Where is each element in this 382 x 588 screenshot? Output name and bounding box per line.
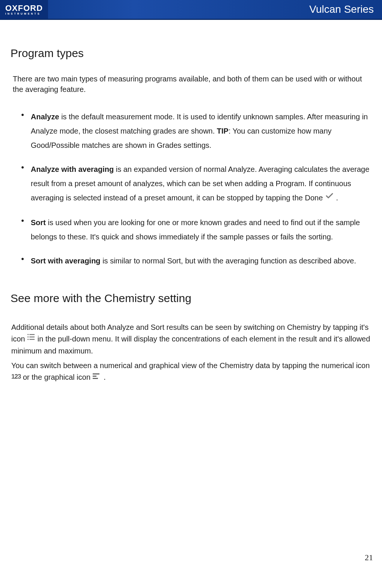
list-item: Sort with averaging is similar to normal… bbox=[21, 254, 371, 268]
svg-rect-6 bbox=[93, 373, 99, 374]
svg-point-4 bbox=[28, 339, 29, 340]
list-icon bbox=[27, 333, 35, 344]
numerical-icon: 123 bbox=[11, 372, 21, 382]
list-item: Sort is used when you are looking for on… bbox=[21, 215, 371, 244]
list-item: Analyze with averaging is an expanded ve… bbox=[21, 162, 371, 206]
body-text: . bbox=[102, 373, 106, 381]
logo-main-text: OXFORD bbox=[5, 4, 43, 12]
item-title: Analyze with averaging bbox=[31, 165, 114, 173]
svg-point-2 bbox=[28, 336, 29, 337]
checkmark-icon bbox=[325, 191, 334, 205]
chemistry-paragraph-2: You can switch between a numerical and g… bbox=[11, 360, 371, 383]
svg-point-0 bbox=[28, 334, 29, 335]
chemistry-paragraph: Additional details about both Analyze an… bbox=[11, 322, 371, 357]
section-heading-chemistry: See more with the Chemistry setting bbox=[11, 290, 371, 307]
item-title: Sort with averaging bbox=[31, 257, 101, 265]
item-title: Analyze bbox=[31, 113, 59, 121]
logo-sub-text: INSTRUMENTS bbox=[5, 12, 43, 15]
item-title: Sort bbox=[31, 218, 46, 227]
svg-rect-3 bbox=[30, 337, 35, 337]
svg-rect-1 bbox=[30, 334, 35, 335]
body-text: in the pull-down menu. It will display t… bbox=[11, 335, 370, 355]
tip-label: TIP bbox=[217, 127, 229, 135]
section-heading-program-types: Program types bbox=[11, 45, 371, 62]
program-types-list: Analyze is the default measurement mode.… bbox=[11, 110, 371, 268]
body-text: or the graphical icon bbox=[21, 373, 92, 381]
item-text: is used when you are looking for one or … bbox=[31, 218, 360, 241]
body-text: You can switch between a numerical and g… bbox=[11, 361, 370, 370]
graphical-bars-icon bbox=[93, 371, 102, 383]
brand-logo: OXFORD INSTRUMENTS bbox=[0, 0, 48, 19]
page-number: 21 bbox=[365, 553, 373, 562]
item-text: . bbox=[334, 194, 338, 202]
svg-rect-5 bbox=[30, 339, 35, 340]
intro-paragraph: There are two main types of measuring pr… bbox=[13, 74, 371, 95]
list-item: Analyze is the default measurement mode.… bbox=[21, 110, 371, 152]
svg-rect-8 bbox=[93, 378, 98, 379]
svg-rect-7 bbox=[93, 376, 96, 377]
header-title: Vulcan Series bbox=[309, 3, 382, 15]
header-bar: OXFORD INSTRUMENTS Vulcan Series bbox=[0, 0, 382, 20]
item-text: is similar to normal Sort, but with the … bbox=[101, 257, 356, 265]
